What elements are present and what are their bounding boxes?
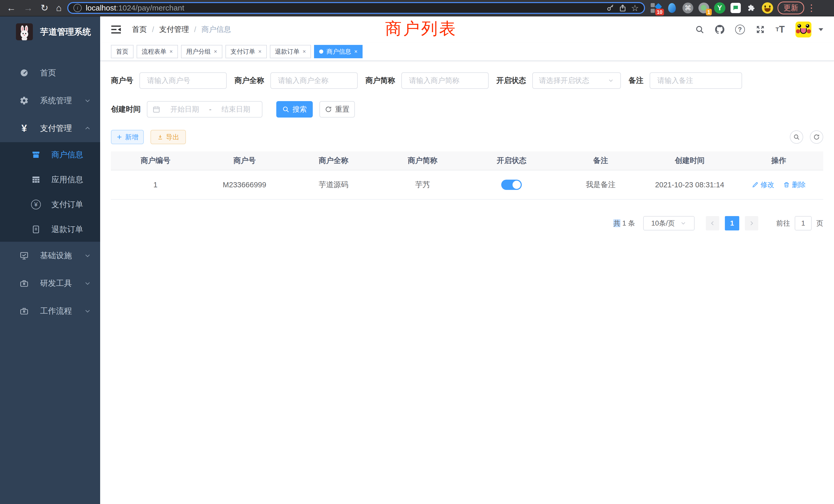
browser-menu-icon[interactable]: ⋮	[807, 3, 817, 13]
back-icon[interactable]: ←	[7, 3, 16, 13]
extension-green-icon[interactable]: Y	[714, 2, 726, 14]
extension-command-icon[interactable]: ⌘	[682, 2, 694, 14]
next-page-button[interactable]	[745, 216, 758, 230]
hide-search-icon[interactable]	[790, 130, 803, 144]
field-label: 商户简称	[366, 75, 395, 86]
navbar-right-tools: ? TT	[695, 22, 823, 38]
prev-page-button[interactable]	[706, 216, 719, 230]
breadcrumb-pay[interactable]: 支付管理	[159, 24, 189, 35]
extension-balloon-icon[interactable]	[666, 2, 678, 14]
home-icon[interactable]: ⌂	[56, 3, 62, 13]
pagination-goto: 前往 页	[776, 216, 823, 230]
fullscreen-icon[interactable]	[756, 25, 765, 34]
status-select[interactable]: 请选择开启状态	[532, 72, 621, 89]
extension-chat-icon[interactable]	[730, 2, 742, 14]
reload-icon[interactable]: ↻	[41, 3, 48, 13]
toolbox-icon	[19, 279, 30, 288]
sidebar-item-workflow[interactable]: 工作流程	[0, 297, 100, 325]
breadcrumb-separator: /	[194, 25, 196, 34]
extension-session-icon[interactable]: 1	[698, 2, 710, 14]
breadcrumb: 首页 / 支付管理 / 商户信息	[132, 24, 231, 35]
filter-remark: 备注	[629, 72, 742, 89]
pagination: 共 1 条 10条/页 1 前往 页	[111, 216, 823, 230]
sidebar-item-system[interactable]: 系统管理	[0, 87, 100, 114]
field-label: 创建时间	[111, 104, 141, 114]
browser-profile-avatar[interactable]	[762, 2, 773, 14]
help-icon[interactable]: ?	[735, 25, 745, 35]
table-row: 1 M233666999 芋道源码 芋艿 我是备注 2021-10-23 08:…	[111, 170, 823, 200]
search-button[interactable]: 搜索	[276, 101, 313, 117]
sidebar-item-merchant-info[interactable]: 商户信息	[0, 142, 100, 167]
forward-icon[interactable]: →	[24, 3, 33, 13]
full-name-input[interactable]	[270, 72, 358, 89]
font-size-icon[interactable]: TT	[776, 25, 785, 34]
table-header-row: 商户编号 商户号 商户全称 商户简称 开启状态 备注 创建时间 操作	[111, 152, 823, 170]
sidebar-logo[interactable]: 芋道管理系统	[0, 19, 100, 45]
tab-merchant-info[interactable]: 商户信息×	[314, 45, 363, 58]
column-header: 商户号	[200, 156, 289, 166]
export-button[interactable]: 导出	[151, 130, 186, 144]
delete-link[interactable]: 删除	[783, 180, 806, 189]
avatar-caret-down-icon[interactable]	[818, 28, 823, 31]
add-button[interactable]: 新增	[111, 130, 144, 144]
page-size-select[interactable]: 10条/页	[643, 216, 695, 230]
tab-home[interactable]: 首页	[111, 45, 133, 58]
gear-icon	[19, 96, 30, 105]
sidebar-menu: 首页 系统管理 ¥ 支付管理	[0, 59, 100, 325]
edit-link[interactable]: 修改	[752, 180, 774, 189]
short-name-input[interactable]	[401, 72, 489, 89]
sidebar-item-label: 首页	[40, 68, 56, 78]
remark-input[interactable]	[650, 72, 742, 89]
tab-pay-order[interactable]: 支付订单×	[225, 45, 267, 58]
site-info-icon[interactable]: i	[73, 4, 82, 12]
close-icon[interactable]: ×	[214, 48, 217, 55]
github-icon[interactable]	[715, 25, 724, 34]
browser-update-button[interactable]: 更新	[777, 2, 804, 14]
close-icon[interactable]: ×	[170, 48, 173, 55]
date-end-placeholder[interactable]: 结束日期	[215, 105, 257, 114]
date-range-picker[interactable]: 开始日期 - 结束日期	[147, 101, 262, 117]
sidebar-item-dev-tools[interactable]: 研发工具	[0, 270, 100, 297]
briefcase-icon	[19, 306, 30, 316]
date-start-placeholder[interactable]: 开始日期	[164, 105, 205, 114]
close-icon[interactable]: ×	[354, 48, 357, 55]
tab-refund-order[interactable]: 退款订单×	[270, 45, 311, 58]
merchant-no-input[interactable]	[139, 72, 227, 89]
url-text[interactable]: localhost:1024/pay/merchant	[86, 4, 602, 12]
chevron-down-icon	[84, 97, 91, 104]
user-avatar[interactable]	[795, 22, 811, 38]
url-bar[interactable]: i localhost:1024/pay/merchant ☆	[67, 2, 645, 14]
reset-button[interactable]: 重置	[320, 101, 355, 117]
sidebar-item-infra[interactable]: 基础设施	[0, 242, 100, 270]
close-icon[interactable]: ×	[303, 48, 306, 55]
chevron-down-icon	[608, 77, 614, 84]
sidebar-item-app-info[interactable]: 应用信息	[0, 167, 100, 192]
sidebar-item-label: 商户信息	[51, 150, 83, 160]
browser-nav: ← → ↻ ⌂	[4, 3, 65, 13]
bookmark-star-icon[interactable]: ☆	[631, 4, 639, 12]
column-header: 创建时间	[645, 156, 734, 166]
tab-process-form[interactable]: 流程表单×	[137, 45, 178, 58]
breadcrumb-home[interactable]: 首页	[132, 24, 147, 35]
share-icon[interactable]	[619, 4, 627, 12]
refresh-icon[interactable]	[810, 130, 823, 144]
sidebar-item-pay-order[interactable]: ¥ 支付订单	[0, 192, 100, 217]
sidebar-item-pay[interactable]: ¥ 支付管理	[0, 114, 100, 142]
status-toggle-on[interactable]	[501, 180, 522, 190]
search-icon[interactable]	[695, 25, 704, 34]
sidebar-item-refund-order[interactable]: 退款订单	[0, 217, 100, 242]
sidebar-item-label: 系统管理	[40, 95, 72, 106]
extensions-puzzle-icon[interactable]	[746, 2, 758, 14]
close-icon[interactable]: ×	[258, 48, 262, 55]
chevron-up-icon	[84, 125, 91, 132]
tab-user-group[interactable]: 用户分组×	[181, 45, 222, 58]
goto-page-input[interactable]	[795, 216, 812, 230]
sidebar-item-home[interactable]: 首页	[0, 59, 100, 87]
password-key-icon[interactable]	[606, 4, 614, 12]
current-page-button[interactable]: 1	[725, 216, 739, 230]
table-tool-icons	[790, 130, 823, 144]
extension-pin-icon[interactable]: 10	[650, 2, 662, 14]
dashboard-icon	[19, 68, 30, 77]
collapse-sidebar-icon[interactable]	[111, 25, 121, 34]
goto-label: 前往	[776, 219, 790, 228]
